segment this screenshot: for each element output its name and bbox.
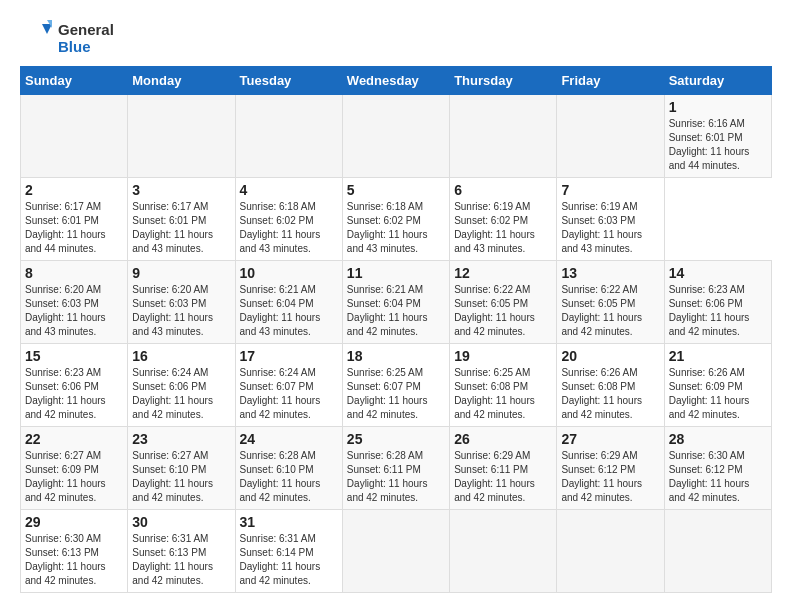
day-info: Sunrise: 6:22 AMSunset: 6:05 PMDaylight:… [561,283,659,339]
daylight-text: Daylight: 11 hours and 42 minutes. [240,395,321,420]
sunset-text: Sunset: 6:07 PM [347,381,421,392]
calendar-cell: 25Sunrise: 6:28 AMSunset: 6:11 PMDayligh… [342,427,449,510]
daylight-text: Daylight: 11 hours and 43 minutes. [347,229,428,254]
header-monday: Monday [128,67,235,95]
day-number: 31 [240,514,338,530]
header-saturday: Saturday [664,67,771,95]
calendar-cell: 15Sunrise: 6:23 AMSunset: 6:06 PMDayligh… [21,344,128,427]
daylight-text: Daylight: 11 hours and 42 minutes. [561,478,642,503]
day-info: Sunrise: 6:30 AMSunset: 6:13 PMDaylight:… [25,532,123,588]
calendar-week-row: 2Sunrise: 6:17 AMSunset: 6:01 PMDaylight… [21,178,772,261]
daylight-text: Daylight: 11 hours and 43 minutes. [240,229,321,254]
calendar-cell: 1Sunrise: 6:16 AMSunset: 6:01 PMDaylight… [664,95,771,178]
calendar-cell: 31Sunrise: 6:31 AMSunset: 6:14 PMDayligh… [235,510,342,593]
calendar-cell [342,510,449,593]
sunset-text: Sunset: 6:02 PM [454,215,528,226]
calendar-cell: 16Sunrise: 6:24 AMSunset: 6:06 PMDayligh… [128,344,235,427]
calendar-cell: 14Sunrise: 6:23 AMSunset: 6:06 PMDayligh… [664,261,771,344]
logo-graphic [20,20,56,56]
sunrise-text: Sunrise: 6:20 AM [132,284,208,295]
daylight-text: Daylight: 11 hours and 43 minutes. [132,312,213,337]
sunrise-text: Sunrise: 6:26 AM [561,367,637,378]
sunset-text: Sunset: 6:01 PM [669,132,743,143]
daylight-text: Daylight: 11 hours and 43 minutes. [132,229,213,254]
calendar-cell: 23Sunrise: 6:27 AMSunset: 6:10 PMDayligh… [128,427,235,510]
daylight-text: Daylight: 11 hours and 42 minutes. [454,478,535,503]
day-number: 24 [240,431,338,447]
calendar-cell: 12Sunrise: 6:22 AMSunset: 6:05 PMDayligh… [450,261,557,344]
calendar-cell [235,95,342,178]
day-info: Sunrise: 6:25 AMSunset: 6:07 PMDaylight:… [347,366,445,422]
day-number: 23 [132,431,230,447]
sunrise-text: Sunrise: 6:18 AM [240,201,316,212]
header-thursday: Thursday [450,67,557,95]
calendar-cell [450,510,557,593]
day-info: Sunrise: 6:21 AMSunset: 6:04 PMDaylight:… [240,283,338,339]
sunrise-text: Sunrise: 6:19 AM [454,201,530,212]
day-info: Sunrise: 6:21 AMSunset: 6:04 PMDaylight:… [347,283,445,339]
sunset-text: Sunset: 6:03 PM [132,298,206,309]
sunrise-text: Sunrise: 6:30 AM [669,450,745,461]
sunrise-text: Sunrise: 6:31 AM [240,533,316,544]
calendar-cell: 7Sunrise: 6:19 AMSunset: 6:03 PMDaylight… [557,178,664,261]
daylight-text: Daylight: 11 hours and 43 minutes. [240,312,321,337]
sunrise-text: Sunrise: 6:28 AM [240,450,316,461]
sunrise-text: Sunrise: 6:25 AM [454,367,530,378]
day-info: Sunrise: 6:28 AMSunset: 6:11 PMDaylight:… [347,449,445,505]
calendar-cell [557,95,664,178]
sunset-text: Sunset: 6:10 PM [240,464,314,475]
sunrise-text: Sunrise: 6:29 AM [561,450,637,461]
daylight-text: Daylight: 11 hours and 44 minutes. [25,229,106,254]
calendar-cell: 30Sunrise: 6:31 AMSunset: 6:13 PMDayligh… [128,510,235,593]
day-number: 27 [561,431,659,447]
daylight-text: Daylight: 11 hours and 42 minutes. [669,478,750,503]
calendar-cell: 19Sunrise: 6:25 AMSunset: 6:08 PMDayligh… [450,344,557,427]
sunrise-text: Sunrise: 6:27 AM [25,450,101,461]
day-info: Sunrise: 6:22 AMSunset: 6:05 PMDaylight:… [454,283,552,339]
day-number: 21 [669,348,767,364]
day-number: 25 [347,431,445,447]
calendar-cell: 24Sunrise: 6:28 AMSunset: 6:10 PMDayligh… [235,427,342,510]
sunset-text: Sunset: 6:05 PM [561,298,635,309]
sunset-text: Sunset: 6:06 PM [25,381,99,392]
day-info: Sunrise: 6:23 AMSunset: 6:06 PMDaylight:… [25,366,123,422]
day-number: 29 [25,514,123,530]
sunrise-text: Sunrise: 6:27 AM [132,450,208,461]
sunrise-text: Sunrise: 6:22 AM [454,284,530,295]
sunrise-text: Sunrise: 6:23 AM [669,284,745,295]
day-number: 17 [240,348,338,364]
daylight-text: Daylight: 11 hours and 42 minutes. [454,312,535,337]
sunrise-text: Sunrise: 6:18 AM [347,201,423,212]
sunset-text: Sunset: 6:14 PM [240,547,314,558]
daylight-text: Daylight: 11 hours and 42 minutes. [132,561,213,586]
calendar-cell [664,510,771,593]
sunset-text: Sunset: 6:10 PM [132,464,206,475]
header-friday: Friday [557,67,664,95]
day-number: 7 [561,182,659,198]
sunset-text: Sunset: 6:08 PM [454,381,528,392]
sunset-text: Sunset: 6:12 PM [561,464,635,475]
daylight-text: Daylight: 11 hours and 42 minutes. [669,312,750,337]
calendar-cell: 28Sunrise: 6:30 AMSunset: 6:12 PMDayligh… [664,427,771,510]
calendar-table: SundayMondayTuesdayWednesdayThursdayFrid… [20,66,772,593]
daylight-text: Daylight: 11 hours and 42 minutes. [240,561,321,586]
header-wednesday: Wednesday [342,67,449,95]
day-number: 26 [454,431,552,447]
sunset-text: Sunset: 6:03 PM [561,215,635,226]
calendar-cell: 5Sunrise: 6:18 AMSunset: 6:02 PMDaylight… [342,178,449,261]
sunrise-text: Sunrise: 6:23 AM [25,367,101,378]
day-number: 2 [25,182,123,198]
daylight-text: Daylight: 11 hours and 42 minutes. [25,478,106,503]
calendar-cell [128,95,235,178]
sunset-text: Sunset: 6:12 PM [669,464,743,475]
sunset-text: Sunset: 6:01 PM [25,215,99,226]
calendar-cell: 8Sunrise: 6:20 AMSunset: 6:03 PMDaylight… [21,261,128,344]
day-number: 9 [132,265,230,281]
sunset-text: Sunset: 6:02 PM [240,215,314,226]
sunset-text: Sunset: 6:11 PM [347,464,421,475]
logo-text: General Blue [58,21,114,56]
calendar-cell: 29Sunrise: 6:30 AMSunset: 6:13 PMDayligh… [21,510,128,593]
calendar-cell: 27Sunrise: 6:29 AMSunset: 6:12 PMDayligh… [557,427,664,510]
calendar-cell [557,510,664,593]
calendar-cell: 18Sunrise: 6:25 AMSunset: 6:07 PMDayligh… [342,344,449,427]
